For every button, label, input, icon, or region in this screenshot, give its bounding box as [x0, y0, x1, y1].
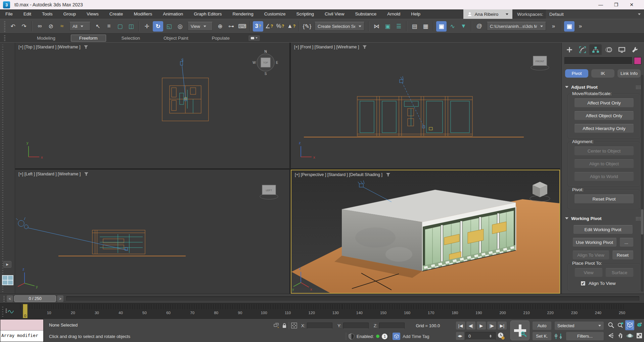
z-coordinate-field[interactable] — [379, 323, 405, 329]
select-and-move-icon[interactable]: ✛ — [142, 21, 152, 32]
use-working-pivot-button[interactable]: Use Working Pivot — [572, 238, 617, 247]
viewport-top-label-text[interactable]: [+] [Top ] [Standard ] [Wireframe ] — [18, 45, 80, 49]
viewcube-left[interactable]: LEFT — [260, 185, 278, 199]
menu-views[interactable]: Views — [81, 9, 104, 19]
y-coordinate-field[interactable] — [343, 323, 369, 329]
menu-help[interactable]: Help — [406, 9, 426, 19]
time-configuration-icon[interactable] — [497, 332, 505, 340]
bind-to-space-warp-icon[interactable]: ≈ — [57, 21, 67, 32]
user-account-menu[interactable]: Ana Ribeiro — [463, 9, 513, 19]
toggle-layer-explorer-icon[interactable]: ▦ — [420, 21, 431, 32]
curve-editor-icon[interactable]: ∿ — [447, 21, 458, 32]
mini-curve-editor-icon[interactable] — [5, 307, 14, 314]
named-selection-sets-combo[interactable]: Create Selection Set — [315, 22, 364, 31]
viewport-front-scene[interactable]: FRONT z x — [291, 43, 560, 168]
maxscript-mini-listener-icon[interactable]: {✎} — [302, 21, 312, 32]
viewport-perspective-label[interactable]: [+] [Perspective ] [Standard ] [Default … — [295, 172, 390, 177]
undo-icon[interactable]: ↶ — [8, 21, 18, 32]
restore-button[interactable]: ❐ — [608, 0, 624, 9]
viewcube-perspective[interactable] — [530, 182, 550, 202]
align-to-view-button[interactable]: Align To View — [572, 251, 609, 260]
ribbon-tab-selection[interactable]: Selection — [113, 35, 148, 41]
toolbar-overflow-icon[interactable]: » — [548, 21, 559, 32]
isolate-filter-icon[interactable] — [84, 45, 88, 49]
minimize-button[interactable]: — — [593, 0, 608, 9]
zoom-icon[interactable] — [606, 320, 615, 330]
viewport-layout-tabs-icon[interactable] — [2, 275, 13, 285]
time-slider-handle[interactable]: 0 / 250 — [14, 295, 56, 302]
snaps-toggle-icon[interactable]: 3? — [253, 21, 263, 32]
maxscript-mini-listener[interactable]: Array modifier — [0, 319, 44, 342]
safe-scene-shield-icon[interactable] — [349, 333, 354, 340]
isolate-selection-icon[interactable] — [273, 323, 280, 329]
listener-macro-line[interactable] — [0, 319, 43, 331]
viewport-perspective-scene[interactable]: z y x — [291, 170, 559, 293]
reference-coordinate-system-combo[interactable]: View — [188, 22, 213, 31]
explorer-window-icon[interactable]: ▣ — [564, 21, 574, 32]
select-and-rotate-icon[interactable]: ↻ — [153, 21, 163, 32]
menu-arnold[interactable]: Arnold — [382, 9, 406, 19]
key-filters-icon[interactable] — [554, 332, 563, 340]
align-to-object-button[interactable]: Align to Object — [574, 159, 634, 168]
checkbox-check-icon[interactable]: ✔ — [581, 281, 586, 286]
ribbon-tab-object-paint[interactable]: Object Paint — [155, 35, 196, 41]
keyboard-shortcut-override-icon[interactable]: ⌨ — [237, 21, 247, 32]
reset-pivot-button[interactable]: Reset Pivot — [574, 195, 634, 204]
dock-expand-button[interactable]: ▶ — [3, 261, 11, 268]
select-and-place-icon[interactable]: ◎ — [175, 21, 185, 32]
next-frame-button[interactable]: > — [57, 295, 63, 302]
listener-script-line[interactable]: Array modifier — [0, 331, 43, 342]
maximize-viewport-icon[interactable] — [635, 331, 644, 341]
project-folder-combo[interactable]: C:\Users\aninh...s\3ds Max 2023 — [487, 22, 546, 31]
align-icon[interactable]: ▣ — [382, 21, 393, 32]
orbit-icon[interactable] — [625, 331, 634, 341]
absolute-mode-icon[interactable] — [291, 322, 297, 329]
viewport-front[interactable]: [+] [Front ] [Standard ] [Wireframe ] — [291, 43, 560, 168]
object-name-field[interactable] — [564, 57, 632, 65]
set-key-button[interactable]: Set K. — [533, 332, 551, 340]
add-time-tag[interactable]: Add Time Tag — [403, 334, 429, 339]
viewport-top[interactable]: [+] [Top ] [Standard ] [Wireframe ] — [15, 43, 289, 168]
menu-group[interactable]: Group — [58, 9, 82, 19]
subtab-pivot[interactable]: Pivot — [565, 69, 588, 78]
viewport-left[interactable]: [+] [Left ] [Standard ] [Wireframe ] — [15, 170, 289, 294]
menu-edit[interactable]: Edit — [18, 9, 37, 19]
center-to-object-button[interactable]: Center to Object — [574, 146, 634, 156]
viewport-left-label-text[interactable]: [+] [Left ] [Standard ] [Wireframe ] — [18, 172, 81, 176]
viewport-front-label-text[interactable]: [+] [Front ] [Standard ] [Wireframe ] — [294, 45, 359, 49]
layer-manager-icon[interactable]: ☰ — [394, 21, 404, 32]
reset-working-pivot-button[interactable]: Reset — [612, 251, 634, 260]
x-coordinate-field[interactable] — [307, 323, 332, 329]
selection-filter-combo[interactable]: All — [70, 22, 90, 31]
subtab-ik[interactable]: IK — [591, 69, 614, 78]
key-filter-dropdown[interactable]: Selected — [555, 322, 604, 330]
viewport-front-label[interactable]: [+] [Front ] [Standard ] [Wireframe ] — [294, 45, 367, 49]
select-by-name-icon[interactable]: ≡ — [104, 21, 114, 32]
display-panel-tab-icon[interactable] — [615, 44, 628, 55]
redo-icon[interactable]: ↷ — [19, 21, 29, 32]
set-keys-button[interactable] — [510, 320, 530, 340]
current-frame-field[interactable]: 0 — [465, 332, 496, 340]
previous-frame-button[interactable]: < — [7, 295, 13, 302]
percent-snap-toggle-icon[interactable]: %? — [275, 21, 285, 32]
auto-key-button[interactable]: Auto — [533, 322, 551, 330]
viewcube-front[interactable]: FRONT — [531, 56, 549, 70]
menu-customize[interactable]: Customize — [259, 9, 291, 19]
notification-badge[interactable]: 1 — [382, 334, 387, 339]
menu-file[interactable]: File — [0, 9, 18, 19]
menu-modifiers[interactable]: Modifiers — [128, 9, 157, 19]
viewport-top-label[interactable]: [+] [Top ] [Standard ] [Wireframe ] — [18, 45, 88, 49]
track-bar[interactable]: 1020304050607080901001101201301401501601… — [0, 303, 644, 318]
isolate-filter-icon[interactable] — [84, 172, 89, 176]
edit-working-pivot-button[interactable]: Edit Working Pivot — [573, 225, 633, 234]
field-of-view-icon[interactable] — [606, 331, 615, 341]
scrollbar-thumb[interactable] — [641, 209, 643, 234]
place-view-button[interactable]: View — [574, 268, 603, 277]
close-button[interactable]: ✕ — [624, 0, 639, 9]
viewcube-top[interactable]: TOP N E S W — [252, 50, 278, 76]
select-and-manipulate-icon[interactable]: ⊶ — [226, 21, 236, 32]
unlink-selection-icon[interactable]: ⊘ — [46, 21, 56, 32]
ribbon-tab-populate[interactable]: Populate — [204, 35, 238, 41]
modify-panel-tab-icon[interactable] — [576, 44, 589, 55]
select-and-uniform-scale-icon[interactable]: ◱ — [164, 21, 174, 32]
